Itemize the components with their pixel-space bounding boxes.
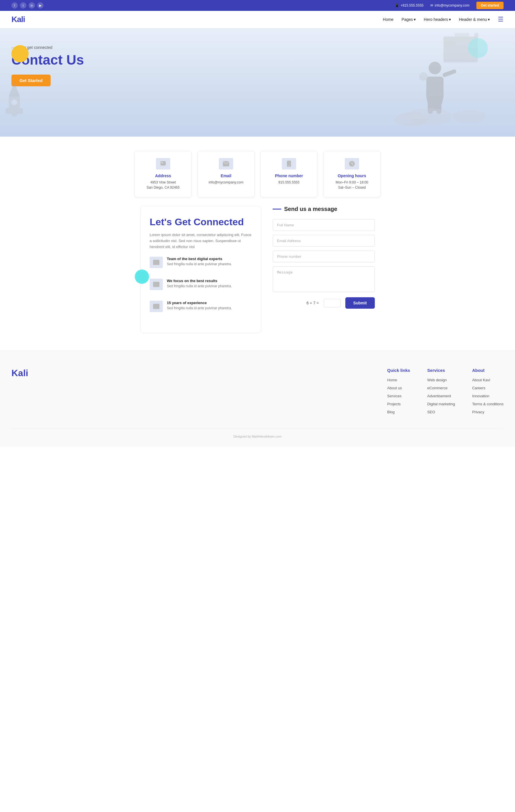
svg-rect-27 [153, 260, 159, 265]
ql-services[interactable]: Services [387, 394, 401, 398]
svg-rect-7 [442, 69, 457, 78]
email-group [273, 235, 375, 246]
form-heading: Send us a message [284, 206, 337, 212]
svc-digital[interactable]: Digital marketing [427, 402, 455, 406]
svg-point-12 [468, 38, 488, 58]
feature-item-2: We focus on the best results Sed fringil… [150, 279, 252, 295]
svc-ads[interactable]: Advertisement [427, 394, 451, 398]
ql-projects[interactable]: Projects [387, 402, 401, 406]
connect-title: Let's Get Connected [150, 216, 252, 228]
hero-subtitle: Let's get connected [11, 45, 132, 50]
about-privacy[interactable]: Privacy [472, 410, 484, 414]
svg-rect-14 [455, 33, 469, 42]
svg-point-10 [452, 110, 486, 123]
svg-point-18 [11, 99, 17, 105]
phone-card: Phone number 815.555.5555 [260, 151, 318, 197]
list-item: Home [387, 377, 410, 382]
nav-hero-headers[interactable]: Hero headers ▾ [424, 17, 451, 22]
svg-point-11 [419, 72, 428, 81]
footer-logo: Kali [11, 368, 370, 378]
list-item: eCommerce [427, 385, 455, 390]
footer: Kali Quick links Home About us Services … [0, 350, 515, 447]
connect-description: Lorem ipsum dolor sit amet, consectetur … [150, 232, 252, 250]
facebook-icon[interactable]: f [11, 2, 18, 8]
list-item: Terms & conditions [472, 401, 504, 406]
phone-input[interactable] [273, 251, 375, 262]
about-heading: About [472, 368, 504, 373]
services-list: Web design eCommerce Advertisement Digit… [427, 377, 455, 414]
svc-ecommerce[interactable]: eCommerce [427, 386, 448, 390]
phone-icon: 📱 [395, 3, 399, 7]
message-group [273, 266, 375, 293]
nav-pages[interactable]: Pages ▾ [401, 17, 416, 22]
svg-rect-20 [161, 162, 163, 163]
feature-item-1: Team of the best digital experts Sed fri… [150, 257, 252, 273]
about-list: About Kavi Careers Innovation Terms & co… [472, 377, 504, 414]
feature-text-2: We focus on the best results Sed fringil… [167, 279, 232, 295]
svg-rect-4 [426, 77, 443, 99]
list-item: SEO [427, 409, 455, 414]
chevron-down-icon: ▾ [488, 17, 490, 22]
svg-rect-1 [443, 39, 455, 47]
svg-marker-16 [8, 82, 20, 96]
youtube-icon[interactable]: ▶ [37, 2, 44, 8]
email-input[interactable] [273, 235, 375, 246]
chevron-down-icon: ▾ [449, 17, 451, 22]
hours-card: Opening hours Mon–Fri 9:00 – 18:00 Sat–S… [323, 151, 381, 197]
email-icon: ✉ [430, 3, 433, 7]
email-card: Email info@mycompany.com [197, 151, 255, 197]
about-careers[interactable]: Careers [472, 386, 485, 390]
list-item: Innovation [472, 393, 504, 399]
feature-text-1: Team of the best digital experts Sed fri… [167, 257, 232, 273]
email-card-value: info@mycompany.com [204, 180, 249, 185]
about-innovation[interactable]: Innovation [472, 394, 489, 398]
list-item: About us [387, 385, 410, 390]
hours-card-icon [345, 158, 359, 170]
credit-text: Designed by MarkHendriksen.com [234, 435, 281, 438]
list-item: Web design [427, 377, 455, 382]
feature-title-1: Team of the best digital experts [167, 257, 232, 261]
hero-section: Let's get connected Contact Us Get Start… [0, 28, 515, 137]
footer-credit: Designed by MarkHendriksen.com [11, 429, 504, 438]
form-footer: 6 + 7 = Submit [273, 297, 375, 309]
phone-card-value: 815.555.5555 [266, 180, 311, 185]
feature-icon-3 [150, 301, 163, 312]
svc-webdesign[interactable]: Web design [427, 378, 446, 382]
ql-about[interactable]: About us [387, 386, 402, 390]
phone-group [273, 251, 375, 262]
svc-seo[interactable]: SEO [427, 410, 435, 414]
nav-header-menu[interactable]: Header & menu ▾ [459, 17, 490, 22]
cyan-decoration [135, 269, 149, 284]
contact-cards-section: Address 4953 Vine Street San Diego, CA 9… [0, 137, 515, 206]
hours-line2: Sat–Sun – Closed [329, 185, 375, 190]
address-icon [156, 158, 170, 170]
ql-home[interactable]: Home [387, 378, 397, 382]
footer-logo-col: Kali [11, 368, 370, 417]
svg-rect-19 [161, 161, 166, 166]
address-line2: San Diego, CA 92465 [140, 185, 186, 190]
about-terms[interactable]: Terms & conditions [472, 402, 504, 406]
about-kavi[interactable]: About Kavi [472, 378, 490, 382]
site-logo[interactable]: Kali [11, 15, 25, 24]
topbar-cta-button[interactable]: Get started [477, 2, 504, 9]
list-item: Digital marketing [427, 401, 455, 406]
list-item: Advertisement [427, 393, 455, 399]
hero-title: Contact Us [11, 53, 132, 68]
captcha-input[interactable] [324, 299, 341, 307]
social-links: f t in ▶ [11, 2, 44, 8]
instagram-icon[interactable]: in [29, 2, 35, 8]
hamburger-icon[interactable]: ☰ [498, 16, 504, 23]
phone-number: +815.555.5555 [401, 3, 424, 7]
submit-button[interactable]: Submit [345, 297, 375, 309]
top-bar: f t in ▶ 📱 +815.555.5555 ✉ info@mycompan… [0, 0, 515, 11]
ql-blog[interactable]: Blog [387, 410, 395, 414]
fullname-group [273, 219, 375, 231]
nav-home[interactable]: Home [383, 17, 394, 22]
list-item: Privacy [472, 409, 504, 414]
list-item: Careers [472, 385, 504, 390]
fullname-input[interactable] [273, 219, 375, 231]
message-textarea[interactable] [273, 266, 375, 292]
footer-top: Kali Quick links Home About us Services … [11, 368, 504, 417]
phone-info: 📱 +815.555.5555 [395, 3, 424, 7]
twitter-icon[interactable]: t [20, 2, 26, 8]
